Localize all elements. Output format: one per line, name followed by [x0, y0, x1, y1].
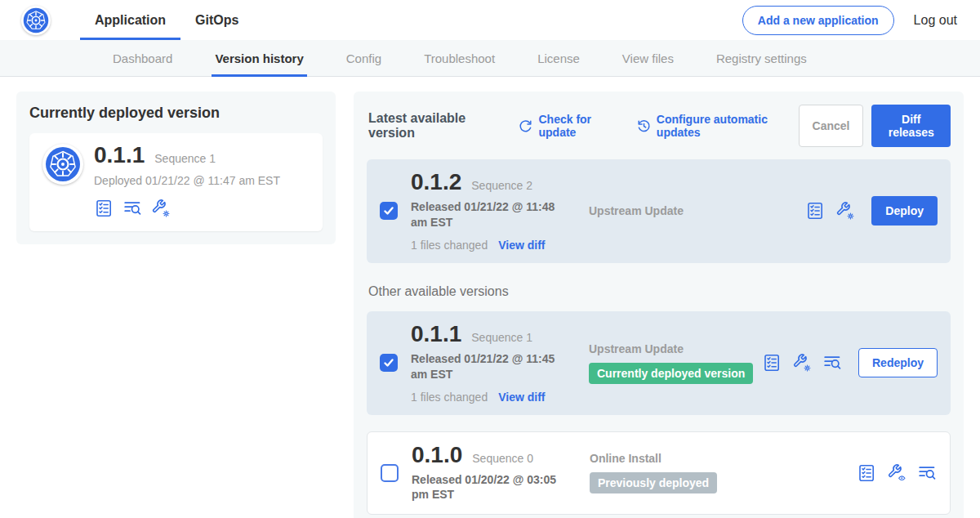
version-actions: Deploy: [805, 196, 938, 226]
version-source: Upstream Update Currently deployed versi…: [581, 342, 762, 384]
version-history-panel: Latest available version Check for updat…: [354, 92, 964, 518]
version-sequence: Sequence 2: [471, 179, 532, 192]
view-config-icon[interactable]: [887, 463, 906, 483]
released-timestamp: Released 01/20/22 @ 03:05 pm EST: [412, 472, 575, 503]
check-for-update-label: Check for update: [538, 113, 621, 139]
tab-gitops-label: GitOps: [195, 13, 238, 28]
preflight-checks-icon[interactable]: [762, 353, 782, 373]
subnav-troubleshoot-label: Troubleshoot: [424, 51, 495, 65]
kubernetes-logo-icon: [23, 7, 49, 33]
deployed-timestamp: Deployed 01/21/22 @ 11:47 am EST: [94, 174, 280, 187]
subnav-item-config[interactable]: Config: [346, 40, 381, 76]
cancel-button[interactable]: Cancel: [799, 105, 864, 147]
tab-application-label: Application: [95, 13, 166, 28]
version-checkbox[interactable]: [380, 354, 398, 372]
subnav-config-label: Config: [346, 51, 381, 65]
version-row-0-1-0: 0.1.0 Sequence 0 Released 01/20/22 @ 03:…: [367, 431, 951, 516]
add-application-button[interactable]: Add a new application: [742, 6, 894, 35]
previously-deployed-badge: Previously deployed: [590, 472, 717, 493]
subnav-item-version-history[interactable]: Version history: [215, 40, 303, 76]
subnav-dashboard-label: Dashboard: [113, 51, 172, 65]
auto-update-icon: [637, 118, 651, 134]
version-info: 0.1.2 Sequence 2 Released 01/21/22 @ 11:…: [411, 171, 581, 252]
source-label: Online Install: [590, 452, 857, 465]
subnav-license-label: License: [537, 51, 580, 65]
top-nav: Application GitOps Add a new application…: [0, 0, 980, 40]
subnav-version-history-label: Version history: [215, 51, 303, 65]
version-info: 0.1.1 Sequence 1 Released 01/21/22 @ 11:…: [411, 323, 581, 404]
logout-link[interactable]: Log out: [914, 13, 957, 28]
version-sequence: Sequence 1: [471, 331, 532, 344]
files-changed: 1 files changed: [411, 239, 488, 252]
check-for-update-link[interactable]: Check for update: [519, 113, 621, 139]
kubernetes-logo: [21, 6, 51, 35]
source-label: Upstream Update: [589, 204, 805, 217]
version-row-0-1-1: 0.1.1 Sequence 1 Released 01/21/22 @ 11:…: [367, 311, 951, 415]
deployed-version-card: 0.1.1 Sequence 1 Deployed 01/21/22 @ 11:…: [29, 133, 323, 231]
preflight-checks-icon[interactable]: [94, 199, 114, 218]
edit-config-icon[interactable]: [792, 353, 812, 373]
source-label: Upstream Update: [589, 342, 762, 355]
header-actions: Cancel Diff releases: [799, 105, 951, 147]
checkbox-check-icon: [383, 205, 394, 217]
tab-gitops[interactable]: GitOps: [180, 0, 253, 40]
topnav-right: Add a new application Log out: [742, 6, 980, 35]
edit-config-icon[interactable]: [151, 199, 171, 218]
version-sequence: Sequence 0: [472, 452, 533, 465]
version-number: 0.1.1: [411, 323, 461, 346]
subnav-item-view-files[interactable]: View files: [622, 40, 674, 76]
topnav-tabs: Application GitOps: [80, 0, 253, 40]
preflight-checks-icon[interactable]: [857, 463, 876, 483]
deployed-action-icons: [94, 199, 280, 218]
latest-available-title: Latest available version: [368, 111, 501, 141]
deploy-logs-icon[interactable]: [822, 353, 842, 373]
released-timestamp: Released 01/21/22 @ 11:48 am EST: [411, 199, 574, 230]
edit-config-icon[interactable]: [835, 201, 855, 221]
deployed-version-number: 0.1.1: [94, 144, 145, 167]
preflight-checks-icon[interactable]: [805, 201, 825, 221]
subnav-item-license[interactable]: License: [537, 40, 580, 76]
version-actions: Redeploy: [762, 348, 938, 377]
subnav-item-registry-settings[interactable]: Registry settings: [716, 40, 807, 76]
subnav-registry-settings-label: Registry settings: [716, 51, 807, 65]
released-timestamp: Released 01/21/22 @ 11:45 am EST: [411, 351, 574, 382]
currently-deployed-card: Currently deployed version 0.1.1 Sequenc…: [16, 92, 336, 244]
view-diff-link[interactable]: View diff: [498, 391, 545, 404]
deploy-logs-icon[interactable]: [122, 199, 142, 218]
deploy-logs-icon[interactable]: [917, 463, 937, 483]
subnav-item-dashboard[interactable]: Dashboard: [113, 40, 172, 76]
configure-updates-label: Configure automatic updates: [657, 113, 799, 139]
deployed-version-info: 0.1.1 Sequence 1 Deployed 01/21/22 @ 11:…: [94, 144, 280, 218]
diff-releases-button[interactable]: Diff releases: [871, 105, 951, 147]
version-checkbox[interactable]: [380, 202, 398, 220]
deployed-sequence: Sequence 1: [154, 152, 216, 165]
subnav-item-troubleshoot[interactable]: Troubleshoot: [424, 40, 495, 76]
view-diff-link[interactable]: View diff: [498, 239, 545, 252]
check-update-icon: [519, 118, 532, 134]
version-actions: [857, 463, 937, 483]
checkbox-check-icon: [383, 357, 394, 368]
configure-updates-link[interactable]: Configure automatic updates: [637, 113, 799, 139]
other-versions-title: Other available versions: [368, 284, 949, 299]
version-source: Online Install Previously deployed: [581, 452, 857, 493]
kubernetes-logo-icon: [45, 146, 81, 182]
version-info: 0.1.0 Sequence 0 Released 01/20/22 @ 03:…: [412, 444, 581, 503]
deployed-card-title: Currently deployed version: [29, 105, 323, 122]
version-checkbox[interactable]: [381, 464, 399, 482]
subnav-view-files-label: View files: [622, 51, 674, 65]
version-number: 0.1.0: [412, 444, 462, 467]
redeploy-button[interactable]: Redeploy: [858, 348, 938, 377]
main-content: Currently deployed version 0.1.1 Sequenc…: [0, 77, 980, 518]
currently-deployed-badge: Currently deployed version: [589, 363, 753, 384]
version-row-0-1-2: 0.1.2 Sequence 2 Released 01/21/22 @ 11:…: [367, 159, 951, 263]
app-logo: [42, 144, 83, 185]
deploy-button[interactable]: Deploy: [871, 196, 938, 226]
app-subnav: Dashboard Version history Config Trouble…: [0, 40, 980, 77]
tab-application[interactable]: Application: [80, 0, 180, 40]
panel-header: Latest available version Check for updat…: [367, 105, 951, 147]
version-source: Upstream Update: [581, 204, 805, 217]
files-changed: 1 files changed: [411, 391, 488, 404]
version-number: 0.1.2: [411, 171, 461, 194]
